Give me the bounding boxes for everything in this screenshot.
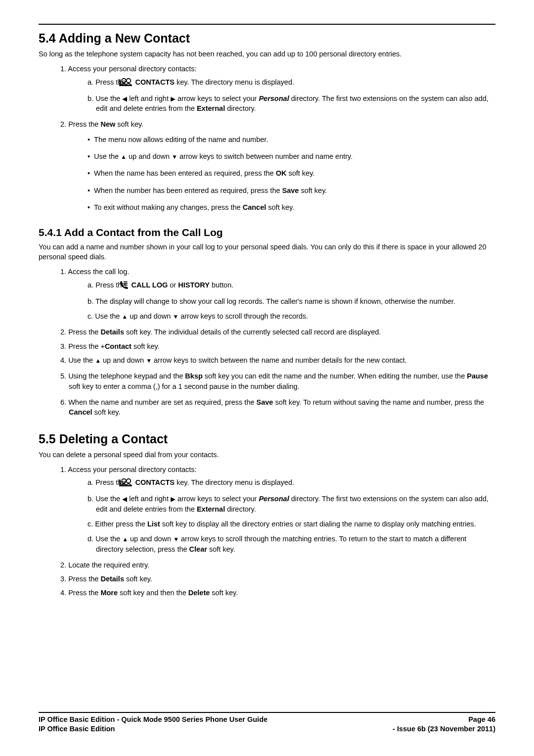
left-arrow-icon (122, 495, 127, 503)
dir-personal: Personal (259, 495, 289, 503)
step-5-5-3: 3. Press the Details soft key. (60, 574, 495, 584)
text: soft key. (92, 408, 121, 416)
substep-label: a. (88, 478, 93, 486)
step-5-4-1-3: 3. Press the +Contact soft key. (60, 341, 495, 351)
footer-title: IP Office Basic Edition - Quick Mode 950… (39, 715, 267, 725)
step-5-4-1b: b. Use the left and right arrow keys to … (88, 94, 495, 114)
step-text: Access your personal directory contacts: (68, 65, 196, 73)
step-number: 5. (60, 372, 66, 380)
text: soft key. (266, 203, 294, 211)
text: key. The directory menu is displayed. (175, 478, 294, 486)
softkey-contact: Contact (105, 342, 132, 350)
text: soft key. (115, 120, 143, 128)
text: up and down (127, 152, 172, 160)
softkey-details: Details (100, 328, 124, 336)
step-5-5-2: 2. Locate the required entry. (60, 560, 495, 570)
intro-5-4-1: You can add a name and number shown in y… (39, 242, 495, 262)
step-5-4-1-1: 1. Access the call log. a. Press the CAL… (60, 267, 495, 321)
down-arrow-icon (173, 312, 178, 320)
substep: a. Press the CONTACTS key. The directory… (88, 477, 495, 489)
text: soft key to display all the directory en… (160, 520, 476, 528)
text: soft key. (132, 342, 160, 350)
step-number: 4. (60, 356, 66, 364)
step-5-5-1: 1. Access your personal directory contac… (60, 465, 495, 554)
text: soft key and then the (118, 589, 188, 597)
text: arrow keys to switch between the name an… (152, 356, 407, 364)
bullet: To exit without making any changes, pres… (88, 202, 495, 212)
softkey-pause: Pause (467, 372, 488, 380)
substep-label: a. (88, 78, 93, 86)
up-arrow-icon (121, 152, 127, 160)
text: arrow keys to scroll through the records… (178, 312, 308, 320)
contacts-icon (128, 478, 132, 489)
text: When the name has been entered as requir… (94, 169, 276, 177)
step-number: 4. (60, 589, 66, 597)
softkey-cancel: Cancel (243, 203, 267, 211)
right-arrow-icon (171, 495, 176, 503)
substep-label: b. (88, 297, 93, 305)
text: When the number has been entered as requ… (94, 187, 282, 194)
heading-5-5: 5.5 Deleting a Contact (39, 430, 495, 448)
dir-external: External (197, 104, 225, 112)
text: Use the (95, 495, 122, 503)
text: Press the (68, 328, 100, 336)
substep-label: b. (88, 94, 93, 102)
substep-label: c. (88, 312, 93, 320)
softkey-cancel: Cancel (69, 408, 92, 416)
text: key. The directory menu is displayed. (175, 78, 294, 86)
text: soft key. The individual details of the … (124, 328, 381, 336)
substep: c. Use the up and down arrow keys to scr… (88, 311, 495, 321)
substep: d. Use the up and down arrow keys to scr… (88, 534, 495, 554)
dir-external: External (197, 505, 225, 513)
step-text: Access the call log. (68, 268, 129, 276)
footer-rule (39, 712, 495, 713)
left-arrow-icon (122, 94, 127, 102)
key-calllog: CALL LOG (129, 281, 168, 289)
softkey-bksp: Bksp (185, 372, 202, 380)
substep: b. The display will change to show your … (88, 296, 495, 306)
text: Use the (95, 312, 122, 320)
page-number: Page 46 (468, 715, 495, 725)
text: up and down (101, 356, 146, 364)
softkey-delete: Delete (188, 589, 210, 597)
softkey-clear: Clear (189, 545, 207, 553)
footer-issue: - Issue 6b (23 November 2011) (393, 724, 495, 734)
text: Use the (95, 535, 122, 543)
bullet: Use the up and down arrow keys to switch… (88, 151, 495, 161)
text: Locate the required entry. (68, 561, 149, 569)
dir-personal: Personal (259, 94, 289, 102)
up-arrow-icon (95, 356, 101, 364)
softkey-list: List (147, 520, 160, 528)
step-5-4-2: 2. Press the New soft key. The menu now … (60, 119, 495, 212)
substep: b. Use the left and right arrow keys to … (88, 494, 495, 514)
text: or (168, 281, 178, 289)
heading-5-4-1: 5.4.1 Add a Contact from the Call Log (39, 225, 495, 239)
text: button. (210, 281, 233, 289)
step-5-5-4: 4. Press the More soft key and then the … (60, 588, 495, 598)
step-text: Access your personal directory contacts: (68, 466, 196, 473)
text: Use the (68, 356, 95, 364)
text: soft key. To return without saving the n… (273, 398, 484, 406)
step-5-4-1-6: 6. When the name and number are set as r… (60, 397, 495, 418)
key-history: HISTORY (178, 281, 210, 289)
substep-label: b. (88, 495, 93, 503)
text: Either press the (95, 520, 147, 528)
step-5-4-1-5: 5. Using the telephone keypad and the Bk… (60, 371, 495, 391)
footer: IP Office Basic Edition - Quick Mode 950… (39, 712, 495, 734)
text: arrow keys to switch between number and … (178, 152, 353, 160)
text: up and down (128, 535, 173, 543)
step-number: 1. (60, 268, 66, 276)
key-contacts: CONTACTS (133, 478, 175, 486)
intro-5-4: So long as the telephone system capacity… (39, 49, 495, 59)
bullet: The menu now allows editing of the name … (88, 135, 495, 144)
substep: a. Press the CALL LOG or HISTORY button. (88, 280, 495, 291)
text: soft key. (207, 545, 235, 553)
text: Press the (68, 575, 100, 583)
text: Use the (94, 152, 121, 160)
substep-label: c. (88, 520, 93, 528)
step-5-4-1a: a. Press the CONTACTS key. The directory… (88, 77, 495, 89)
step-5-4-1-4: 4. Use the up and down arrow keys to swi… (60, 355, 495, 365)
down-arrow-icon (173, 535, 179, 543)
step-number: 2. (60, 328, 66, 336)
text: soft key. (210, 589, 238, 597)
